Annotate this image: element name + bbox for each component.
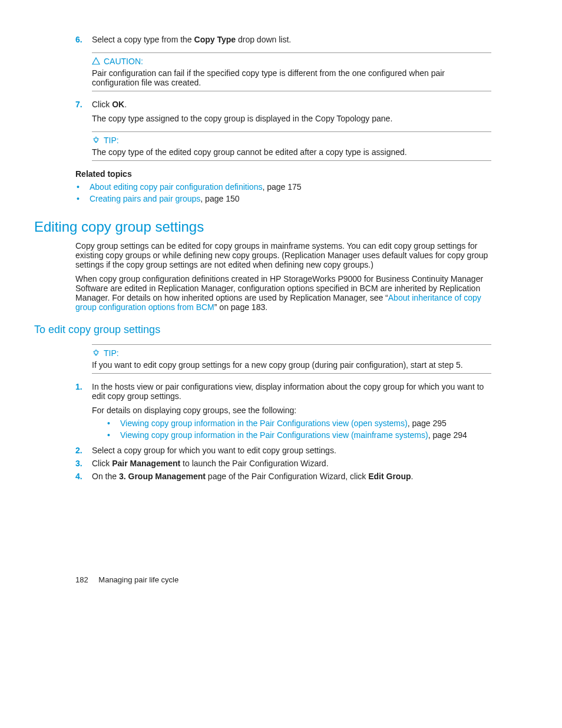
step-number: 4.: [75, 472, 92, 481]
tip-icon: [92, 136, 100, 144]
tip-body: If you want to edit copy group settings …: [92, 360, 491, 370]
bold-text: Edit Group: [368, 472, 411, 481]
caution-icon: [92, 57, 100, 65]
step-body: On the 3. Group Management page of the P…: [92, 472, 491, 481]
bullet-icon: •: [75, 182, 90, 192]
bullet-icon: •: [92, 430, 120, 440]
text: On the: [92, 472, 119, 481]
tip-callout: TIP: The copy type of the edited copy gr…: [92, 131, 491, 161]
text: ” on page 183.: [214, 302, 267, 312]
text: .: [124, 100, 127, 109]
page-footer: 182 Managing pair life cycle: [75, 575, 491, 584]
step-2: 2. Select a copy group for which you wan…: [75, 446, 491, 455]
text: , page 150: [200, 194, 239, 203]
tip-header: TIP:: [92, 136, 491, 145]
caution-body: Pair configuration can fail if the speci…: [92, 68, 491, 87]
footer-title: Managing pair life cycle: [98, 575, 178, 584]
caution-label: CAUTION:: [104, 57, 143, 66]
svg-line-3: [98, 139, 99, 139]
paragraph: When copy group configuration definition…: [75, 274, 491, 312]
caution-callout: CAUTION: Pair configuration can fail if …: [92, 52, 491, 91]
step-4: 4. On the 3. Group Management page of th…: [75, 472, 491, 481]
tip-header: TIP:: [92, 348, 491, 358]
svg-line-8: [98, 351, 99, 352]
step-body: In the hosts view or pair configurations…: [92, 382, 491, 442]
tip-icon: [92, 349, 100, 357]
section-heading: Editing copy group settings: [34, 219, 491, 235]
bold-text: Pair Management: [112, 459, 180, 468]
link[interactable]: Creating pairs and pair groups: [90, 194, 200, 203]
tip-label: TIP:: [104, 348, 119, 358]
step-number: 7.: [75, 100, 92, 123]
text: page of the Pair Configuration Wizard, c…: [206, 472, 368, 481]
sub-list: • Viewing copy group information in the …: [92, 419, 491, 440]
text: , page 295: [408, 419, 447, 428]
link[interactable]: About editing copy pair configuration de…: [90, 182, 262, 192]
svg-point-0: [94, 138, 98, 141]
list-item: • Viewing copy group information in the …: [92, 430, 491, 440]
step-body: Click Pair Management to launch the Pair…: [92, 459, 491, 468]
tip-body: The copy type of the edited copy group c…: [92, 147, 491, 157]
text: drop down list.: [236, 35, 291, 44]
subsection-heading: To edit copy group settings: [34, 324, 491, 336]
tip-label: TIP:: [104, 136, 119, 145]
caution-header: CAUTION:: [92, 57, 491, 66]
text: For details on displaying copy groups, s…: [92, 406, 491, 415]
link[interactable]: Viewing copy group information in the Pa…: [120, 430, 428, 440]
page-number: 182: [75, 575, 88, 584]
text: In the hosts view or pair configurations…: [92, 382, 491, 401]
text: , page 175: [262, 182, 301, 192]
text: .: [411, 472, 414, 481]
bold-text: Copy Type: [194, 35, 236, 44]
related-topics-list: • About editing copy pair configuration …: [75, 182, 491, 203]
svg-point-5: [94, 351, 98, 354]
list-item: • Creating pairs and pair groups, page 1…: [75, 194, 491, 203]
text: Click: [92, 459, 112, 468]
bold-text: OK: [112, 100, 124, 109]
bullet-icon: •: [75, 194, 90, 203]
text: Click: [92, 100, 112, 109]
text: , page 294: [428, 430, 467, 440]
step-1: 1. In the hosts view or pair configurati…: [75, 382, 491, 442]
step-number: 2.: [75, 446, 92, 455]
step-body: Click OK. The copy type assigned to the …: [92, 100, 491, 123]
step-number: 6.: [75, 35, 92, 44]
related-topics-heading: Related topics: [75, 169, 491, 179]
step-number: 1.: [75, 382, 92, 442]
list-item: • About editing copy pair configuration …: [75, 182, 491, 192]
step-number: 3.: [75, 459, 92, 468]
paragraph: Copy group settings can be edited for co…: [75, 241, 491, 269]
step-6: 6. Select a copy type from the Copy Type…: [75, 35, 491, 44]
svg-line-2: [93, 139, 94, 139]
text: Select a copy type from the: [92, 35, 194, 44]
link[interactable]: Viewing copy group information in the Pa…: [120, 419, 408, 428]
tip-callout: TIP: If you want to edit copy group sett…: [92, 344, 491, 374]
bold-text: 3. Group Management: [119, 472, 206, 481]
step-3: 3. Click Pair Management to launch the P…: [75, 459, 491, 468]
list-item: • Viewing copy group information in the …: [92, 419, 491, 428]
step-body: Select a copy group for which you want t…: [92, 446, 491, 455]
bullet-icon: •: [92, 419, 120, 428]
step-result: The copy type assigned to the copy group…: [92, 114, 491, 123]
step-7: 7. Click OK. The copy type assigned to t…: [75, 100, 491, 123]
text: to launch the Pair Configuration Wizard.: [180, 459, 328, 468]
step-body: Select a copy type from the Copy Type dr…: [92, 35, 491, 44]
svg-line-7: [93, 351, 94, 352]
